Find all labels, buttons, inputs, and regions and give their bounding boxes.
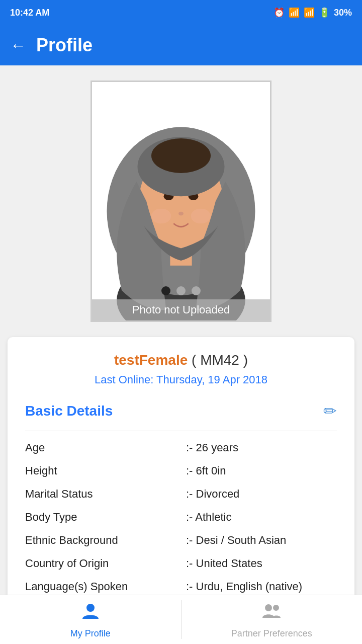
bottom-nav: My Profile Partner Preferences [0,595,362,644]
svg-point-7 [191,209,211,224]
detail-value-1: :- 6ft 0in [186,464,337,477]
detail-value-5: :- United States [186,557,337,570]
profile-image-section: Photo not Uploaded [0,65,362,332]
svg-point-15 [273,605,279,611]
detail-row: Age :- 26 years [25,441,337,454]
detail-label-5: Country of Origin [25,557,186,570]
svg-point-6 [151,209,171,224]
detail-row: Ethnic Background :- Desi / South Asian [25,534,337,547]
battery-icon: 🔋 [319,7,330,18]
detail-row: Marital Status :- Divorced [25,488,337,501]
section-divider [25,431,337,431]
basic-details-title: Basic Details [25,403,113,419]
alarm-icon: ⏰ [274,7,285,18]
dot-3 [192,286,201,295]
detail-label-1: Height [25,464,186,477]
image-dots [92,286,270,295]
partner-prefs-icon [261,601,282,625]
nav-partner-preferences[interactable]: Partner Preferences [182,595,363,644]
detail-label-3: Body Type [25,511,186,524]
profile-username: testFemale [114,352,188,368]
info-card: testFemale ( MM42 ) Last Online: Thursda… [8,337,354,618]
partner-prefs-label: Partner Preferences [231,628,312,639]
dot-2 [176,286,186,295]
svg-point-13 [86,604,95,612]
detail-row: Height :- 6ft 0in [25,464,337,477]
details-container: Age :- 26 years Height :- 6ft 0in Marita… [25,441,337,593]
detail-label-0: Age [25,441,186,454]
detail-value-3: :- Athletic [186,511,337,524]
my-profile-icon [80,601,101,625]
detail-value-6: :- Urdu, English (native) [186,580,337,593]
detail-row: Body Type :- Athletic [25,511,337,524]
detail-value-0: :- 26 years [186,441,337,454]
back-button[interactable]: ← [10,36,26,55]
profile-id: ( MM42 ) [192,352,248,368]
nav-my-profile[interactable]: My Profile [0,595,181,644]
last-online: Last Online: Thursday, 19 Apr 2018 [25,373,337,386]
svg-point-10 [178,212,184,216]
basic-details-header: Basic Details ✏ [25,401,337,421]
status-time: 10:42 AM [10,8,49,18]
photo-not-uploaded-label: Photo not Uploaded [92,299,270,320]
avatar-image [92,82,270,320]
my-profile-label: My Profile [70,628,111,639]
signal-icon: 📶 [304,7,315,18]
app-header: ← Profile [0,25,362,65]
page-title: Profile [36,35,93,56]
detail-row: Language(s) Spoken :- Urdu, English (nat… [25,580,337,593]
status-bar: 10:42 AM ⏰ 📶 📶 🔋 30% [0,0,362,25]
detail-label-2: Marital Status [25,488,186,501]
wifi-icon: 📶 [289,7,300,18]
detail-value-2: :- Divorced [186,488,337,501]
profile-image-container[interactable]: Photo not Uploaded [90,80,272,322]
detail-value-4: :- Desi / South Asian [186,534,337,547]
profile-name: testFemale ( MM42 ) [25,352,337,368]
detail-label-4: Ethnic Background [25,534,186,547]
detail-label-6: Language(s) Spoken [25,580,186,593]
dot-1 [161,286,170,295]
svg-point-14 [265,604,272,611]
svg-point-12 [151,138,211,173]
status-icons: ⏰ 📶 📶 🔋 30% [274,7,352,18]
detail-row: Country of Origin :- United States [25,557,337,570]
edit-button[interactable]: ✏ [323,401,337,421]
battery-percent: 30% [334,8,352,18]
